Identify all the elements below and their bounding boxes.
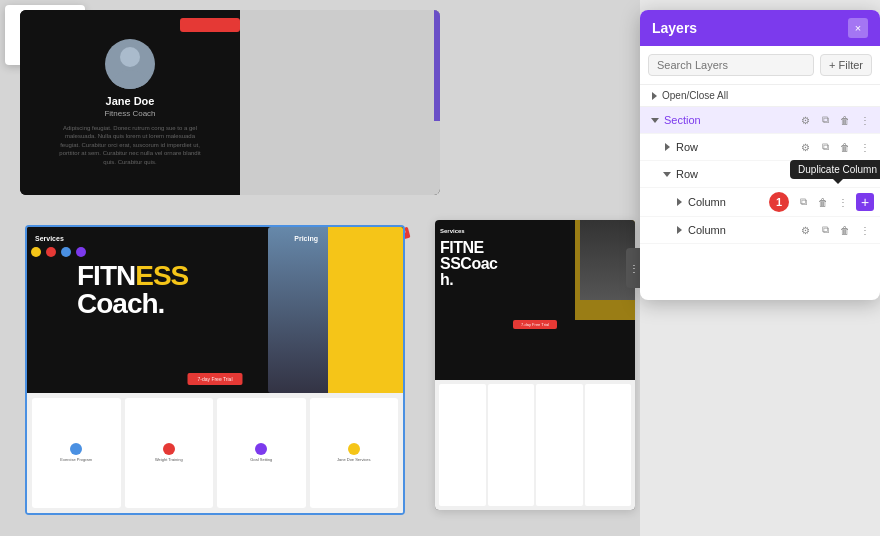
right-service-4 [585, 384, 632, 507]
section-toggle[interactable] [650, 115, 660, 125]
open-close-chevron-icon [652, 92, 657, 100]
service-icon-4 [76, 247, 86, 257]
preview-top-left: Jane Doe Fitness Coach Adipiscing feugia… [20, 10, 240, 195]
col2-copy-icon[interactable]: ⧉ [816, 221, 834, 239]
preview-top: Jane Doe Fitness Coach Adipiscing feugia… [20, 10, 440, 195]
filter-label: Filter [839, 59, 863, 71]
pricing-label: Pricing [294, 235, 318, 242]
right-service-1 [439, 384, 486, 507]
preview-top-right [240, 10, 440, 195]
col2-trash-icon[interactable]: 🗑 [836, 221, 854, 239]
services-area: Exercise Program Weight Training Goal Se… [27, 393, 403, 513]
services-label: Services [35, 235, 64, 242]
col1-more-icon[interactable]: ⋮ [834, 193, 852, 211]
col1-toggle[interactable] [674, 197, 684, 207]
right-service-3 [536, 384, 583, 507]
row1-trash-icon[interactable]: 🗑 [836, 138, 854, 156]
layer-item-column-1[interactable]: Duplicate Column Column 1 ⧉ 🗑 ⋮ + [640, 188, 880, 217]
layer-label-column-2: Column [688, 224, 796, 236]
col2-settings-icon[interactable]: ⚙ [796, 221, 814, 239]
yellow-block [323, 227, 403, 393]
row2-chevron-icon [663, 172, 671, 177]
open-close-label: Open/Close All [662, 90, 728, 101]
right-trial-button: 7-day Free Trial [513, 320, 557, 329]
section-copy-icon[interactable]: ⧉ [816, 111, 834, 129]
avatar [105, 39, 155, 89]
service-card-icon-4 [348, 443, 360, 455]
filter-plus-icon: + [829, 59, 835, 71]
service-icon-2 [46, 247, 56, 257]
layer-label-column-1: Column [688, 196, 769, 208]
col2-more-icon[interactable]: ⋮ [856, 221, 874, 239]
col2-layer-icons: ⚙ ⧉ 🗑 ⋮ [796, 221, 874, 239]
row1-layer-icons: ⚙ ⧉ 🗑 ⋮ [796, 138, 874, 156]
layers-close-button[interactable]: × [848, 18, 868, 38]
person-silhouette [268, 227, 328, 393]
trial-button[interactable]: 7-day Free Trial [187, 373, 242, 385]
service-card-label-4: Jane Doe Services [337, 457, 371, 462]
right-services-area [435, 380, 635, 511]
row1-copy-icon[interactable]: ⧉ [816, 138, 834, 156]
service-card-icon-1 [70, 443, 82, 455]
preview-main-inner: Services Pricing FITNESSCoach. 7-day Fre… [27, 227, 403, 513]
service-card-2: Weight Training [125, 398, 214, 508]
layers-search-row: + Filter [640, 46, 880, 85]
layers-search-input[interactable] [648, 54, 814, 76]
section-layer-icons: ⚙ ⧉ 🗑 ⋮ [796, 111, 874, 129]
tooltip-duplicate: Duplicate Column [790, 160, 880, 179]
preview-right-inner: Services FITNESSCoach. 7-day Free Trial [435, 220, 635, 510]
layers-filter-button[interactable]: + Filter [820, 54, 872, 76]
svg-point-1 [112, 70, 148, 89]
all-services-btn [180, 18, 240, 32]
service-card-3: Goal Setting [217, 398, 306, 508]
service-card-label-3: Goal Setting [250, 457, 272, 462]
service-card-label-1: Exercise Program [60, 457, 92, 462]
right-service-2 [488, 384, 535, 507]
row1-more-icon[interactable]: ⋮ [856, 138, 874, 156]
col1-chevron-icon [677, 198, 682, 206]
row2-toggle[interactable] [662, 169, 672, 179]
service-card-label-2: Weight Training [155, 457, 183, 462]
layers-list: Section ⚙ ⧉ 🗑 ⋮ Row ⚙ ⧉ 🗑 ⋮ [640, 107, 880, 300]
layers-panel: Layers × + Filter Open/Close All Section… [640, 10, 880, 300]
preview-right: Services FITNESSCoach. 7-day Free Trial [435, 220, 635, 510]
section-trash-icon[interactable]: 🗑 [836, 111, 854, 129]
preview-bio: Adipiscing feugiat. Donec rutrum cong su… [59, 124, 200, 166]
layer-item-section[interactable]: Section ⚙ ⧉ 🗑 ⋮ [640, 107, 880, 134]
service-icon-1 [31, 247, 41, 257]
service-icon-3 [61, 247, 71, 257]
section-chevron-icon [651, 118, 659, 123]
svg-point-0 [120, 47, 140, 67]
section-more-icon[interactable]: ⋮ [856, 111, 874, 129]
col1-plus-button[interactable]: + [856, 193, 874, 211]
service-card-1: Exercise Program [32, 398, 121, 508]
col1-trash-icon[interactable]: 🗑 [814, 193, 832, 211]
service-icons-row [31, 247, 86, 257]
preview-area: Jane Doe Fitness Coach Adipiscing feugia… [0, 0, 640, 536]
col2-chevron-icon [677, 226, 682, 234]
row1-chevron-icon [665, 143, 670, 151]
person-role: Fitness Coach [104, 109, 155, 118]
col2-toggle[interactable] [674, 225, 684, 235]
layers-open-close[interactable]: Open/Close All [640, 85, 880, 107]
preview-main: Services Pricing FITNESSCoach. 7-day Fre… [25, 225, 405, 515]
person-name: Jane Doe [106, 95, 155, 107]
service-card-4: Jane Doe Services [310, 398, 399, 508]
fitness-title: FITNESSCoach. [77, 262, 188, 318]
col1-copy-icon[interactable]: ⧉ [794, 193, 812, 211]
layers-title: Layers [652, 20, 697, 36]
layer-label-row-2: Row [676, 168, 796, 180]
service-card-icon-2 [163, 443, 175, 455]
section-settings-icon[interactable]: ⚙ [796, 111, 814, 129]
service-card-icon-3 [255, 443, 267, 455]
layer-label-section: Section [664, 114, 796, 126]
right-services-label: Services [440, 228, 465, 234]
layer-item-row-1[interactable]: Row ⚙ ⧉ 🗑 ⋮ [640, 134, 880, 161]
col1-layer-icons: 1 ⧉ 🗑 ⋮ + [769, 192, 874, 212]
layer-label-row-1: Row [676, 141, 796, 153]
right-fitness-title: FITNESSCoach. [440, 240, 497, 288]
layer-item-column-2[interactable]: Column ⚙ ⧉ 🗑 ⋮ [640, 217, 880, 244]
row1-toggle[interactable] [662, 142, 672, 152]
row1-settings-icon[interactable]: ⚙ [796, 138, 814, 156]
fitness-header-bg: Services Pricing FITNESSCoach. 7-day Fre… [27, 227, 403, 393]
